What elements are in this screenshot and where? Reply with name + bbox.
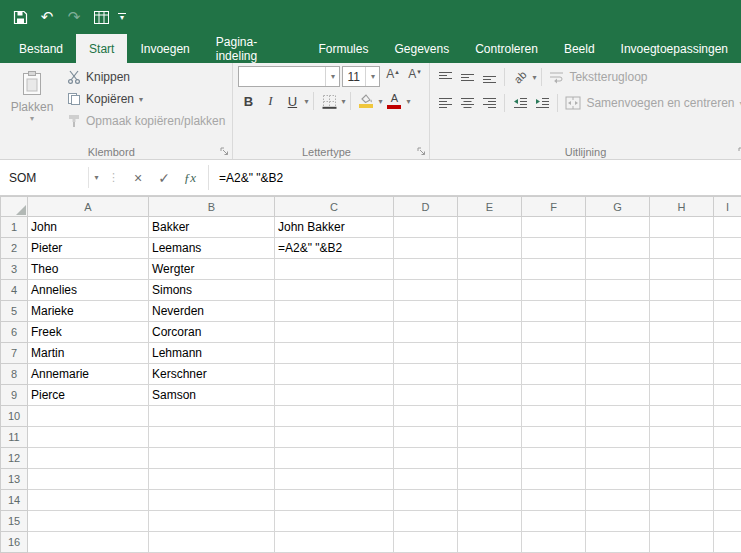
cell-D5[interactable]: [394, 301, 458, 322]
tab-invoegtoepassingen[interactable]: Invoegtoepassingen: [608, 34, 741, 63]
cell-I1[interactable]: [714, 217, 741, 238]
copy-button[interactable]: Kopiëren ▾: [65, 88, 227, 110]
redo-button[interactable]: ↷: [64, 6, 84, 28]
formula-input[interactable]: =A2&" "&B2: [214, 171, 741, 185]
cell-I3[interactable]: [714, 259, 741, 280]
cell-G7[interactable]: [586, 343, 650, 364]
fill-color-button[interactable]: [356, 91, 376, 111]
cell-I6[interactable]: [714, 322, 741, 343]
row-header-14[interactable]: 14: [1, 490, 28, 511]
cell-D2[interactable]: [394, 238, 458, 259]
cell-I13[interactable]: [714, 469, 741, 490]
cell-F14[interactable]: [522, 490, 586, 511]
cell-D8[interactable]: [394, 364, 458, 385]
cell-C8[interactable]: [275, 364, 394, 385]
cell-H9[interactable]: [650, 385, 714, 406]
name-box[interactable]: SOM ▾: [0, 160, 104, 195]
row-header-3[interactable]: 3: [1, 259, 28, 280]
cell-E8[interactable]: [458, 364, 522, 385]
cell-C5[interactable]: [275, 301, 394, 322]
cell-H15[interactable]: [650, 511, 714, 532]
cell-B1[interactable]: Bakker: [149, 217, 275, 238]
cell-B15[interactable]: [149, 511, 275, 532]
row-header-6[interactable]: 6: [1, 322, 28, 343]
cell-E16[interactable]: [458, 532, 522, 553]
cell-A9[interactable]: Pierce: [28, 385, 149, 406]
cell-C3[interactable]: [275, 259, 394, 280]
cell-F8[interactable]: [522, 364, 586, 385]
underline-button[interactable]: U: [282, 91, 302, 111]
column-header-C[interactable]: C: [275, 197, 394, 217]
formula-bar-splitter[interactable]: ⋮: [104, 171, 125, 184]
font-color-button[interactable]: A: [384, 91, 404, 111]
cell-I5[interactable]: [714, 301, 741, 322]
grow-font-button[interactable]: A▴: [382, 67, 402, 87]
cell-G12[interactable]: [586, 448, 650, 469]
cell-A10[interactable]: [28, 406, 149, 427]
cell-D3[interactable]: [394, 259, 458, 280]
cell-D16[interactable]: [394, 532, 458, 553]
row-header-11[interactable]: 11: [1, 427, 28, 448]
tab-beeld[interactable]: Beeld: [551, 34, 608, 63]
tab-gegevens[interactable]: Gegevens: [381, 34, 462, 63]
cell-F12[interactable]: [522, 448, 586, 469]
cell-G2[interactable]: [586, 238, 650, 259]
italic-button[interactable]: I: [260, 91, 280, 111]
paste-button[interactable]: Plakken ▾: [5, 66, 59, 132]
cell-I2[interactable]: [714, 238, 741, 259]
font-dialog-launcher[interactable]: [415, 145, 427, 157]
align-center-button[interactable]: [457, 93, 477, 113]
cell-H14[interactable]: [650, 490, 714, 511]
cell-I8[interactable]: [714, 364, 741, 385]
tab-pagina-indeling[interactable]: Pagina-indeling: [203, 34, 306, 63]
cell-B3[interactable]: Wergter: [149, 259, 275, 280]
format-painter-button[interactable]: Opmaak kopiëren/plakken: [65, 110, 227, 132]
cell-D1[interactable]: [394, 217, 458, 238]
cell-G1[interactable]: [586, 217, 650, 238]
column-header-F[interactable]: F: [522, 197, 586, 217]
cell-B13[interactable]: [149, 469, 275, 490]
cell-A2[interactable]: Pieter: [28, 238, 149, 259]
cell-E14[interactable]: [458, 490, 522, 511]
cell-F1[interactable]: [522, 217, 586, 238]
orientation-button[interactable]: ab: [510, 67, 530, 87]
cell-F6[interactable]: [522, 322, 586, 343]
cell-C1[interactable]: John Bakker: [275, 217, 394, 238]
cell-I10[interactable]: [714, 406, 741, 427]
cell-C12[interactable]: [275, 448, 394, 469]
cell-H4[interactable]: [650, 280, 714, 301]
cell-E4[interactable]: [458, 280, 522, 301]
font-name-combo[interactable]: ▾: [238, 66, 340, 87]
alignment-dialog-launcher[interactable]: [737, 145, 741, 157]
undo-button[interactable]: ↶: [37, 6, 57, 28]
cell-E2[interactable]: [458, 238, 522, 259]
cell-G15[interactable]: [586, 511, 650, 532]
cell-F4[interactable]: [522, 280, 586, 301]
cell-H16[interactable]: [650, 532, 714, 553]
cell-B6[interactable]: Corcoran: [149, 322, 275, 343]
column-header-E[interactable]: E: [458, 197, 522, 217]
tab-controleren[interactable]: Controleren: [462, 34, 551, 63]
cell-E10[interactable]: [458, 406, 522, 427]
cell-D14[interactable]: [394, 490, 458, 511]
column-header-D[interactable]: D: [394, 197, 458, 217]
cell-B14[interactable]: [149, 490, 275, 511]
column-header-I[interactable]: I: [714, 197, 741, 217]
align-right-button[interactable]: [479, 93, 499, 113]
merge-center-button[interactable]: Samenvoegen en centreren ▾: [563, 92, 741, 114]
cell-G5[interactable]: [586, 301, 650, 322]
cell-A7[interactable]: Martin: [28, 343, 149, 364]
cell-F13[interactable]: [522, 469, 586, 490]
align-middle-button[interactable]: [457, 67, 477, 87]
row-header-2[interactable]: 2: [1, 238, 28, 259]
align-top-button[interactable]: [435, 67, 455, 87]
cell-I12[interactable]: [714, 448, 741, 469]
cell-H7[interactable]: [650, 343, 714, 364]
cell-A15[interactable]: [28, 511, 149, 532]
cell-B7[interactable]: Lehmann: [149, 343, 275, 364]
cut-button[interactable]: Knippen: [65, 66, 227, 88]
cell-I16[interactable]: [714, 532, 741, 553]
cell-B5[interactable]: Neverden: [149, 301, 275, 322]
cell-E3[interactable]: [458, 259, 522, 280]
save-button[interactable]: [10, 6, 30, 28]
